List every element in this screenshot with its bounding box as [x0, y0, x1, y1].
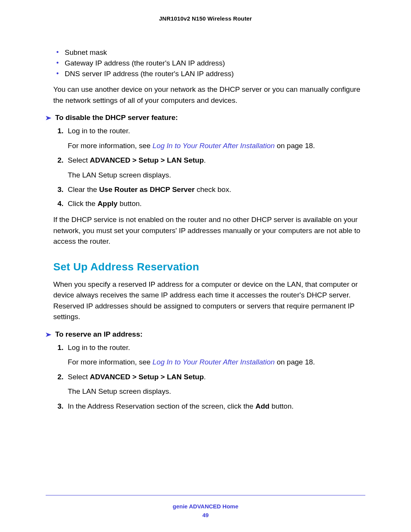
procedure-steps: Log in to the router. For more informati…: [46, 342, 365, 412]
bullet-list: Subnet mask Gateway IP address (the rout…: [46, 48, 365, 78]
bullet-item: Gateway IP address (the router's LAN IP …: [65, 59, 365, 67]
step-subtext: The LAN Setup screen displays.: [68, 170, 365, 181]
ui-label: Use Router as DHCP Server: [99, 185, 194, 193]
step: Click the Apply button.: [65, 198, 365, 209]
page-content: JNR1010v2 N150 Wireless Router Subnet ma…: [0, 0, 411, 412]
footer-page-number: 49: [46, 512, 365, 518]
step: Select ADVANCED > Setup > LAN Setup. The…: [65, 155, 365, 181]
step: Log in to the router. For more informati…: [65, 342, 365, 368]
intro-paragraph: You can use another device on your netwo…: [53, 84, 365, 106]
step-text: Log in to the router.: [68, 127, 130, 135]
procedure-steps: Log in to the router. For more informati…: [46, 126, 365, 209]
menu-path: ADVANCED > Setup > LAN Setup: [90, 373, 204, 381]
triangle-right-icon: ➤: [45, 331, 51, 338]
procedure-heading: ➤ To reserve an IP address:: [46, 330, 365, 339]
procedure-title: To reserve an IP address:: [55, 330, 143, 339]
step-text: Log in to the router.: [68, 343, 130, 351]
document-header-title: JNR1010v2 N150 Wireless Router: [46, 15, 365, 22]
step: Clear the Use Router as DHCP Server chec…: [65, 184, 365, 195]
section-heading: Set Up Address Reservation: [53, 261, 365, 273]
menu-path: ADVANCED > Setup > LAN Setup: [90, 156, 204, 164]
footer-section-title: genie ADVANCED Home: [46, 503, 365, 510]
step-subtext: For more information, see Log In to Your…: [68, 141, 365, 152]
bullet-item: DNS server IP address (the router's LAN …: [65, 70, 365, 78]
ui-label: Add: [255, 402, 269, 410]
bullet-item: Subnet mask: [65, 48, 365, 57]
step-subtext: For more information, see Log In to Your…: [68, 357, 365, 368]
step-subtext: The LAN Setup screen displays.: [68, 386, 365, 397]
step: Log in to the router. For more informati…: [65, 126, 365, 151]
procedure-heading: ➤ To disable the DHCP server feature:: [46, 113, 365, 122]
ui-label: Apply: [97, 200, 118, 208]
step: Select ADVANCED > Setup > LAN Setup. The…: [65, 372, 365, 397]
step: In the Address Reservation section of th…: [65, 401, 365, 412]
cross-reference-link[interactable]: Log In to Your Router After Installation: [153, 142, 275, 150]
triangle-right-icon: ➤: [45, 114, 51, 121]
page-footer: genie ADVANCED Home 49: [46, 495, 365, 518]
procedure-title: To disable the DHCP server feature:: [55, 113, 178, 122]
section-paragraph: When you specify a reserved IP address f…: [53, 279, 365, 323]
cross-reference-link[interactable]: Log In to Your Router After Installation: [153, 358, 275, 366]
note-paragraph: If the DHCP service is not enabled on th…: [53, 214, 365, 247]
